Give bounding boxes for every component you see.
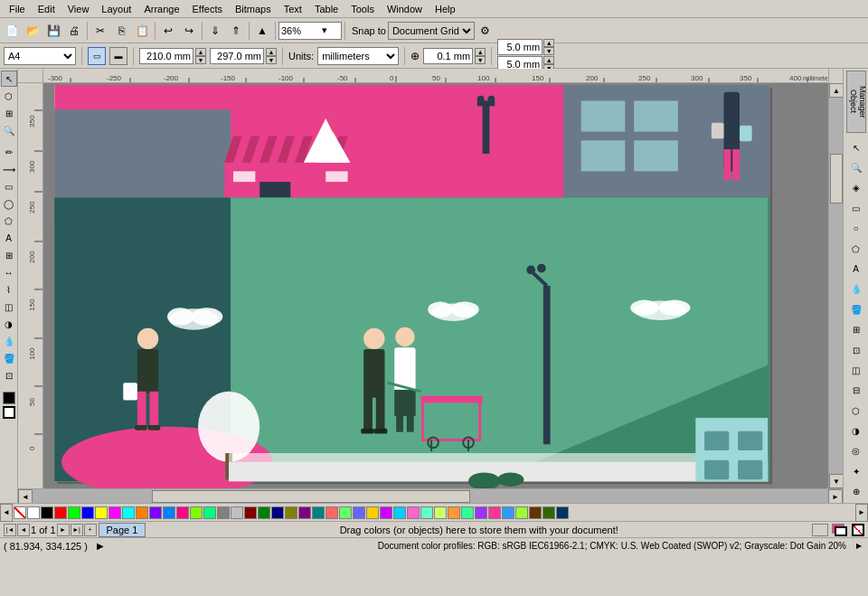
ellipse-tool-button[interactable]: ◯ — [1, 195, 17, 212]
export-button[interactable]: ⇑ — [226, 21, 246, 41]
palette-swatch[interactable] — [81, 506, 94, 519]
connector-tool-button[interactable]: ⌇ — [1, 281, 17, 298]
outline-color-indicator[interactable] — [3, 406, 15, 419]
fill-tool-button[interactable]: 🪣 — [1, 350, 17, 366]
parallel-dim-button[interactable]: ↔ — [1, 264, 17, 280]
palette-scroll-left[interactable]: ◄ — [0, 504, 13, 522]
menu-edit[interactable]: Edit — [33, 2, 61, 16]
palette-swatch[interactable] — [353, 506, 365, 519]
dim1-spinner[interactable]: ▲▼ — [543, 39, 554, 55]
smart-fill-button[interactable]: ⊡ — [1, 367, 17, 383]
canvas-scroll[interactable] — [43, 83, 828, 488]
rp-node[interactable]: ◈ — [846, 179, 866, 197]
palette-swatch[interactable] — [542, 506, 555, 519]
transparency-tool-button[interactable]: ◑ — [1, 316, 17, 332]
smart-draw-button[interactable]: ⟿ — [1, 161, 17, 177]
rp-fill[interactable]: 🪣 — [846, 300, 866, 318]
palette-swatch[interactable] — [231, 506, 243, 519]
menu-bitmaps[interactable]: Bitmaps — [230, 2, 277, 16]
object-manager-tab[interactable]: Object Manager — [846, 71, 866, 133]
rp-shape[interactable]: ▭ — [846, 199, 866, 217]
height-spinner[interactable]: ▲▼ — [266, 48, 277, 64]
rp-smart-fill[interactable]: ◎ — [846, 442, 866, 460]
snap-settings-button[interactable]: ⚙ — [476, 21, 495, 41]
palette-swatch[interactable] — [149, 506, 162, 519]
scroll-left-button[interactable]: ◄ — [18, 489, 33, 503]
menu-file[interactable]: File — [4, 2, 31, 16]
menu-arrange[interactable]: Arrange — [138, 2, 184, 16]
palette-swatch[interactable] — [285, 506, 297, 519]
rp-pointer[interactable]: ↖ — [846, 138, 866, 156]
nudge-spinner[interactable]: ▲▼ — [475, 48, 486, 64]
palette-swatch[interactable] — [502, 506, 514, 519]
landscape-button[interactable]: ▬ — [109, 47, 127, 65]
first-page-button[interactable]: |◄ — [4, 524, 16, 536]
nudge-input[interactable] — [423, 48, 473, 64]
palette-swatch[interactable] — [475, 506, 487, 519]
no-fill-swatch[interactable] — [14, 506, 26, 519]
palette-swatch[interactable] — [163, 506, 175, 519]
menu-view[interactable]: View — [62, 2, 95, 16]
rp-extrude[interactable]: ⬡ — [846, 402, 866, 420]
scroll-right-button[interactable]: ► — [828, 489, 843, 503]
palette-swatch[interactable] — [515, 506, 528, 519]
palette-swatch[interactable] — [136, 506, 148, 519]
rectangle-tool-button[interactable]: ▭ — [1, 178, 17, 194]
units-select[interactable]: millimeters inches pixels — [317, 47, 399, 65]
page1-tab[interactable]: Page 1 — [99, 523, 146, 537]
width-spinner[interactable]: ▲▼ — [195, 48, 206, 64]
last-page-button[interactable]: ►| — [71, 524, 83, 536]
palette-swatch[interactable] — [271, 506, 284, 519]
palette-swatch[interactable] — [203, 506, 216, 519]
palette-swatch[interactable] — [448, 506, 460, 519]
coord-arrow-button[interactable]: ▶ — [95, 541, 106, 552]
palette-swatch[interactable] — [298, 506, 311, 519]
portrait-button[interactable]: ▭ — [88, 47, 106, 65]
palette-swatch[interactable] — [54, 506, 67, 519]
rp-envelope[interactable]: ⊟ — [846, 382, 866, 400]
palette-swatch[interactable] — [258, 506, 270, 519]
add-page-button[interactable]: + — [84, 524, 97, 536]
palette-swatch[interactable] — [488, 506, 501, 519]
palette-swatch[interactable] — [366, 506, 379, 519]
scrollbar-horizontal[interactable]: ◄ ► — [18, 488, 843, 503]
scroll-up-button[interactable]: ▲ — [829, 83, 843, 98]
node-tool-button[interactable]: ⬡ — [1, 88, 17, 104]
pointer-tool[interactable]: ▲ — [252, 21, 272, 41]
next-page-button[interactable]: ► — [57, 524, 70, 536]
table-tool-button[interactable]: ⊞ — [1, 247, 17, 263]
scrollbar-vertical[interactable]: ▲ ▼ — [828, 83, 843, 488]
palette-swatch[interactable] — [68, 506, 80, 519]
fill-color-indicator[interactable] — [3, 392, 15, 404]
snap-select[interactable]: Document Grid Guidelines Objects — [388, 22, 475, 40]
palette-swatch[interactable] — [434, 506, 447, 519]
import-button[interactable]: ⇓ — [205, 21, 225, 41]
undo-button[interactable]: ↩ — [158, 21, 178, 41]
no-fill-icon[interactable] — [852, 524, 864, 536]
scroll-down-button[interactable]: ▼ — [829, 474, 843, 488]
palette-swatch[interactable] — [326, 506, 338, 519]
color-manager-icon[interactable] — [812, 524, 828, 536]
redo-button[interactable]: ↪ — [179, 21, 199, 41]
scrollbar-h-thumb[interactable] — [152, 490, 470, 503]
palette-swatch[interactable] — [380, 506, 392, 519]
palette-swatch[interactable] — [122, 506, 135, 519]
palette-swatch[interactable] — [41, 506, 53, 519]
palette-swatch[interactable] — [393, 506, 406, 519]
palette-swatch[interactable] — [176, 506, 189, 519]
menu-help[interactable]: Help — [429, 2, 461, 16]
rp-shadow[interactable]: ◫ — [846, 361, 866, 379]
palette-swatch[interactable] — [339, 506, 352, 519]
polygon-tool-button[interactable]: ⬠ — [1, 213, 17, 229]
select-tool-button[interactable]: ↖ — [1, 71, 17, 87]
palette-swatch[interactable] — [529, 506, 542, 519]
zoom-dropdown-icon[interactable]: ▾ — [322, 24, 327, 36]
prev-page-button[interactable]: ◄ — [17, 524, 30, 536]
menu-table[interactable]: Table — [309, 2, 344, 16]
menu-tools[interactable]: Tools — [345, 2, 380, 16]
palette-swatch[interactable] — [244, 506, 257, 519]
drop-shadow-button[interactable]: ◫ — [1, 298, 17, 315]
zoom-input-box[interactable]: ▾ — [278, 22, 342, 40]
paste-button[interactable]: 📋 — [132, 21, 152, 41]
text-tool-button[interactable]: A — [1, 230, 17, 246]
